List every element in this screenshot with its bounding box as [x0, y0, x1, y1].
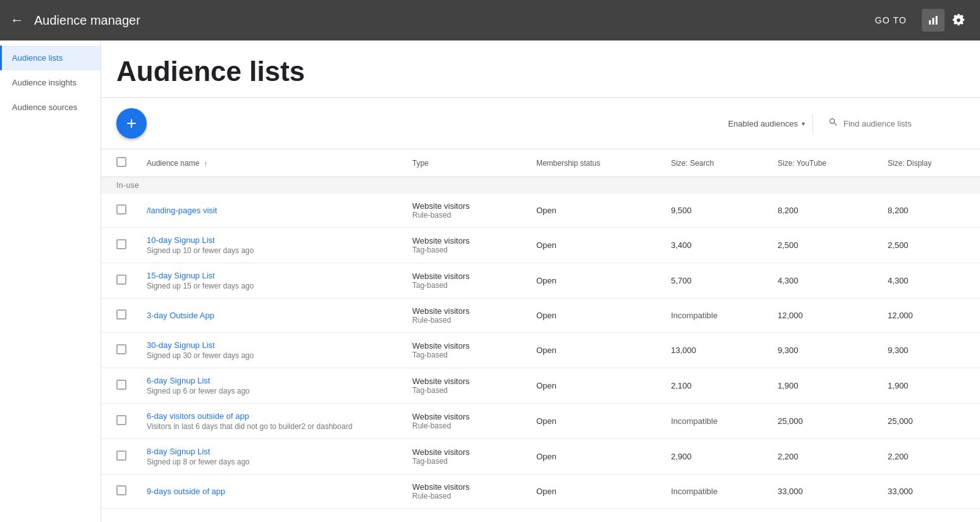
audience-table-wrap: Audience name ↑ Type Membership status S…: [101, 149, 980, 522]
size-youtube: 25,000: [778, 416, 803, 426]
row-membership-status-cell: Open: [526, 475, 661, 509]
audience-name-link[interactable]: 15-day Signup List: [147, 271, 392, 280]
membership-status: Open: [536, 416, 556, 426]
size-display: 8,200: [888, 206, 909, 215]
row-checkbox-cell: [101, 475, 137, 509]
row-membership-status-cell: Open: [526, 368, 661, 404]
back-button[interactable]: ←: [10, 12, 24, 28]
page-header: Audience lists: [101, 40, 980, 98]
size-youtube: 4,300: [778, 276, 799, 285]
header-membership-status[interactable]: Membership status: [526, 149, 661, 177]
audience-name-link[interactable]: 30-day Signup List: [147, 340, 392, 350]
size-display: 1,900: [888, 381, 909, 390]
type-sub: Tag-based: [412, 351, 516, 359]
row-checkbox[interactable]: [116, 275, 126, 285]
sidebar-item-audience-lists[interactable]: Audience lists: [0, 46, 101, 70]
top-nav: ← Audience manager GO TO: [0, 0, 980, 40]
row-checkbox-cell: [101, 368, 137, 404]
row-size-youtube-cell: 33,000: [768, 475, 878, 509]
table-row: 6-day visitors outside of app Visitors i…: [101, 404, 980, 439]
enabled-audiences-filter[interactable]: Enabled audiences ▾: [720, 114, 813, 134]
row-size-youtube-cell: 2,200: [768, 439, 878, 475]
row-checkbox[interactable]: [116, 451, 126, 461]
type-sub: Rule-based: [412, 211, 516, 220]
row-size-youtube-cell: 8,200: [768, 194, 878, 228]
goto-button[interactable]: GO TO: [875, 15, 907, 25]
row-audience-name-cell: 6-day Signup List Signed up 6 or fewer d…: [137, 368, 402, 404]
row-size-display-cell: 2,500: [878, 228, 980, 263]
row-type-cell: Website visitors Tag-based: [402, 333, 526, 368]
row-type-cell: Website visitors Tag-based: [402, 263, 526, 299]
audience-name-sub: Signed up 30 or fewer days ago: [147, 351, 392, 360]
row-checkbox[interactable]: [116, 485, 126, 495]
row-checkbox-cell: [101, 228, 137, 263]
row-checkbox[interactable]: [116, 204, 126, 214]
audience-name-link[interactable]: 9-days outside of app: [147, 487, 392, 496]
type-sub: Tag-based: [412, 457, 516, 466]
row-checkbox-cell: [101, 194, 137, 228]
row-checkbox[interactable]: [116, 239, 126, 249]
row-type-cell: Website visitors Tag-based: [402, 368, 526, 404]
sidebar-item-audience-insights[interactable]: Audience insights: [0, 70, 101, 95]
header-size-youtube[interactable]: Size: YouTube: [768, 149, 878, 177]
row-type-cell: Website visitors Rule-based: [402, 299, 526, 333]
row-checkbox[interactable]: [116, 380, 126, 390]
row-size-display-cell: 4,300: [878, 263, 980, 299]
row-size-youtube-cell: 2,500: [768, 228, 878, 263]
chevron-down-icon: ▾: [802, 120, 805, 127]
row-size-display-cell: 12,000: [878, 299, 980, 333]
type-sub: Rule-based: [412, 421, 516, 430]
audience-name-link[interactable]: 10-day Signup List: [147, 235, 392, 245]
audience-name-link[interactable]: 8-day Signup List: [147, 447, 392, 456]
settings-icon-button[interactable]: [947, 9, 970, 32]
row-size-youtube-cell: 25,000: [768, 404, 878, 439]
header-size-search[interactable]: Size: Search: [661, 149, 768, 177]
row-size-search-cell: 9,500: [661, 194, 768, 228]
row-type-cell: Website visitors Tag-based: [402, 228, 526, 263]
row-size-display-cell: 25,000: [878, 404, 980, 439]
row-membership-status-cell: Open: [526, 439, 661, 475]
type-main: Website visitors: [412, 201, 516, 211]
header-size-display[interactable]: Size: Display: [878, 149, 980, 177]
audience-name-link[interactable]: /landing-pages visit: [147, 206, 392, 215]
row-membership-status-cell: Open: [526, 263, 661, 299]
section-label: In-use: [101, 177, 980, 194]
row-size-search-cell: Incompatible: [661, 404, 768, 439]
type-main: Website visitors: [412, 412, 516, 421]
add-audience-button[interactable]: +: [116, 108, 147, 139]
audience-name-link[interactable]: 6-day Signup List: [147, 376, 392, 385]
chart-icon-button[interactable]: [922, 9, 945, 32]
app-title: Audience manager: [34, 13, 875, 28]
table-row: 10-day Signup List Signed up 10 or fewer…: [101, 228, 980, 263]
row-size-youtube-cell: 1,900: [768, 368, 878, 404]
type-main: Website visitors: [412, 341, 516, 351]
type-sub: Rule-based: [412, 492, 516, 500]
membership-status: Open: [536, 345, 556, 355]
header-audience-name[interactable]: Audience name ↑: [137, 149, 402, 177]
sidebar-item-audience-sources[interactable]: Audience sources: [0, 95, 101, 120]
sidebar: Audience lists Audience insights Audienc…: [0, 40, 101, 522]
row-audience-name-cell: 3-day Outside App: [137, 299, 402, 333]
audience-name-sub: Signed up 8 or fewer days ago: [147, 457, 392, 466]
membership-status: Open: [536, 276, 556, 285]
row-audience-name-cell: 6-day visitors outside of app Visitors i…: [137, 404, 402, 439]
select-all-checkbox[interactable]: [116, 157, 126, 167]
membership-status: Open: [536, 240, 556, 250]
audience-name-link[interactable]: 6-day visitors outside of app: [147, 411, 392, 421]
size-display: 12,000: [888, 311, 913, 320]
svg-rect-1: [933, 18, 934, 25]
row-type-cell: Website visitors Rule-based: [402, 194, 526, 228]
membership-status: Open: [536, 452, 556, 461]
svg-rect-2: [936, 16, 938, 25]
header-type[interactable]: Type: [402, 149, 526, 177]
row-checkbox-cell: [101, 299, 137, 333]
row-checkbox[interactable]: [116, 415, 126, 425]
size-youtube: 33,000: [778, 487, 803, 496]
row-checkbox[interactable]: [116, 309, 126, 320]
row-membership-status-cell: Open: [526, 404, 661, 439]
row-audience-name-cell: 15-day Signup List Signed up 15 or fewer…: [137, 263, 402, 299]
audience-name-link[interactable]: 3-day Outside App: [147, 311, 392, 320]
size-display: 4,300: [888, 276, 909, 285]
search-input[interactable]: [843, 119, 957, 128]
row-checkbox[interactable]: [116, 344, 126, 354]
